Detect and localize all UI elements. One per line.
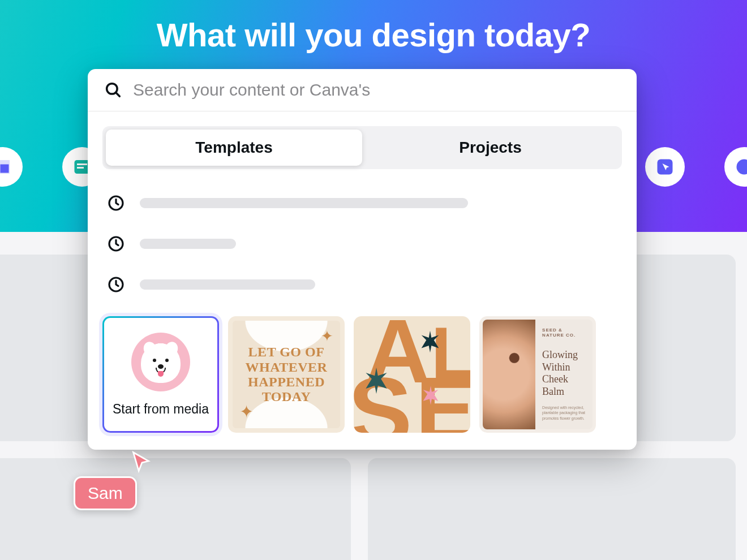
recent-search-item[interactable] — [102, 183, 622, 223]
cursor-icon — [655, 157, 675, 177]
search-row — [88, 69, 637, 111]
placeholder-card — [368, 458, 736, 560]
clock-icon — [107, 235, 125, 253]
template-card-quote[interactable]: LET GO OF WHATEVER HAPPENED TODAY ✦ ✦ — [228, 316, 345, 433]
recent-search-item[interactable] — [102, 223, 622, 264]
clock-icon — [107, 194, 125, 212]
star-icon — [419, 384, 442, 407]
quote-text: LET GO OF WHATEVER HAPPENED TODAY — [240, 344, 333, 404]
product-info: SEED & NATURE CO. Glowing Within Cheek B… — [535, 320, 593, 429]
placeholder-card — [0, 458, 351, 560]
product-photo — [483, 320, 535, 429]
skeleton-line — [140, 198, 468, 208]
skeleton-line — [140, 279, 315, 290]
sparkle-icon: ✦ — [321, 328, 333, 345]
recent-search-item[interactable] — [102, 264, 622, 305]
clock-icon — [107, 275, 125, 294]
template-card-letters[interactable]: A L S E — [354, 316, 470, 433]
design-icon — [0, 157, 13, 177]
search-input[interactable] — [133, 80, 621, 100]
search-panel: Templates Projects — [88, 69, 637, 450]
media-thumbnail — [131, 333, 190, 391]
sparkle-icon: ✦ — [239, 402, 254, 421]
template-card-product[interactable]: SEED & NATURE CO. Glowing Within Cheek B… — [479, 316, 596, 433]
more-icon — [734, 157, 747, 177]
tab-projects[interactable]: Projects — [362, 130, 619, 166]
svg-line-6 — [116, 93, 120, 97]
recent-searches — [88, 169, 637, 305]
search-icon — [104, 80, 123, 100]
start-from-media-card[interactable]: Start from media — [102, 316, 219, 433]
product-title: Glowing Within Cheek Balm — [542, 349, 586, 398]
search-tabs: Templates Projects — [102, 126, 622, 169]
category-chip[interactable] — [645, 147, 685, 187]
skeleton-line — [140, 239, 236, 249]
svg-rect-2 — [77, 167, 84, 169]
template-cards-row: Start from media LET GO OF WHATEVER HAPP… — [88, 305, 637, 450]
star-icon — [417, 329, 443, 355]
product-brand: SEED & NATURE CO. — [542, 328, 586, 338]
hero-title: What will you design today? — [0, 0, 747, 54]
svg-point-4 — [737, 160, 748, 175]
product-description: Designed with recycled, plantable packag… — [542, 405, 586, 421]
tab-templates[interactable]: Templates — [106, 130, 362, 166]
svg-rect-1 — [77, 163, 87, 165]
star-icon — [360, 365, 392, 397]
start-from-media-label: Start from media — [113, 402, 209, 417]
